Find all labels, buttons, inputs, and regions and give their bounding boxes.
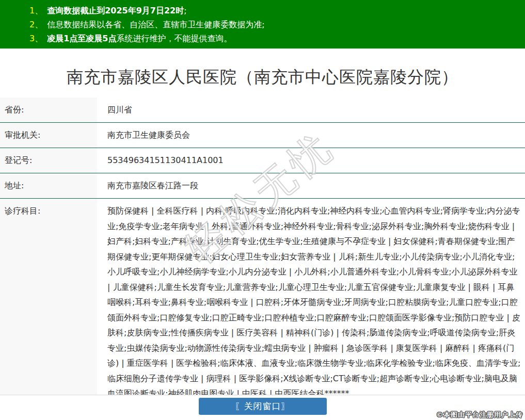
notice-item-2: 2、信息数据结果以各省、自治区、直辖市卫生健康委数据为准;: [29, 18, 520, 31]
upload-credit: ©本图由平台注册用户上传: [436, 410, 523, 419]
row-value-address: 南充市嘉陵区春江路一段: [97, 173, 525, 198]
table-row-registration-number: 登记号: 55349634151130411A1001: [0, 148, 525, 173]
notice-text-1-post: ;: [184, 6, 186, 15]
info-table: 省份: 四川省 审批机关: 南充市卫生健康委员会 登记号: 5534963415…: [0, 98, 525, 395]
notice-bar: 1、查询数据截止到2025年9月7日22时; 2、信息数据结果以各省、自治区、直…: [0, 0, 525, 49]
table-row-medical-subjects: 诊疗科目: 预防保健科 | 全科医疗科 | 内科;呼吸内科专业;消化内科专业;神…: [0, 199, 525, 395]
notice-text-2-pre: 信息数据结果以各省、自治区、直辖市卫生健康委数据为准;: [47, 20, 264, 29]
notice-item-1: 1、查询数据截止到2025年9月7日22时;: [29, 4, 520, 18]
row-label-province: 省份:: [0, 98, 97, 122]
page-title: 南充市嘉陵区人民医院（南充市中心医院嘉陵分院）: [0, 67, 525, 87]
row-value-province: 四川省: [97, 98, 525, 122]
row-label-approval-authority: 审批机关:: [0, 123, 97, 148]
table-row-address: 地址: 南充市嘉陵区春江路一段: [0, 173, 525, 199]
row-label-address: 地址:: [0, 173, 97, 198]
notice-index-1: 1、: [29, 6, 43, 15]
notice-text-1-bold: 查询数据截止到2025年9月7日22时: [47, 6, 184, 15]
row-value-registration-number: 55349634151130411A1001: [97, 148, 525, 173]
notice-text-3-bold: 凌晨1点至凌晨5点: [47, 34, 116, 43]
notice-item-3: 3、凌晨1点至凌晨5点系统进行维护，不能提供查询。: [29, 31, 520, 45]
notice-index-3: 3、: [29, 34, 43, 43]
table-row-province: 省份: 四川省: [0, 98, 525, 123]
row-label-medical-subjects: 诊疗科目:: [0, 199, 97, 395]
table-row-approval-authority: 审批机关: 南充市卫生健康委员会: [0, 123, 525, 148]
close-window-button[interactable]: 〖关闭窗口〗: [199, 398, 327, 415]
row-value-medical-subjects: 预防保健科 | 全科医疗科 | 内科;呼吸内科专业;消化内科专业;神经内科专业;…: [97, 199, 525, 395]
notice-index-2: 2、: [29, 20, 43, 29]
notice-text-3-post: 系统进行维护，不能提供查询。: [116, 34, 232, 43]
row-value-approval-authority: 南充市卫生健康委员会: [97, 123, 525, 148]
row-label-registration-number: 登记号:: [0, 148, 97, 173]
